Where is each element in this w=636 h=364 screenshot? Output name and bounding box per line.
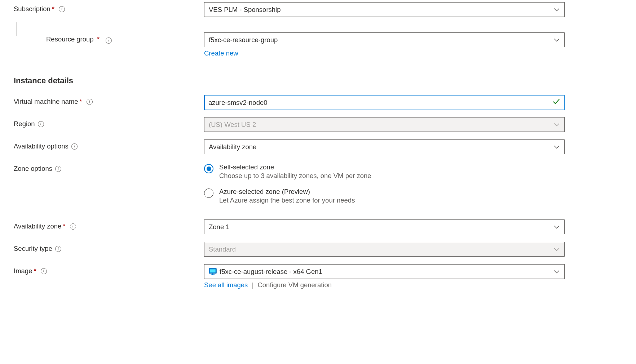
info-icon[interactable]: i (70, 223, 76, 230)
chevron-down-icon (550, 123, 560, 127)
configure-vm-generation-link[interactable]: Configure VM generation (257, 281, 332, 289)
chevron-down-icon (550, 8, 560, 12)
see-all-images-link[interactable]: See all images (204, 281, 248, 289)
vm-name-label: Virtual machine name (14, 98, 78, 106)
availability-options-select[interactable]: Availability zone (204, 139, 565, 154)
svg-rect-1 (210, 269, 215, 272)
chevron-down-icon (550, 38, 560, 42)
availability-zone-value: Zone 1 (209, 223, 550, 231)
svg-rect-3 (211, 274, 215, 275)
instance-details-heading: Instance details (14, 76, 622, 85)
security-type-select: Standard (204, 242, 565, 257)
radio-selected-icon (204, 164, 213, 173)
radio-title: Azure-selected zone (Preview) (219, 188, 355, 196)
availability-options-label: Availability options (14, 142, 69, 150)
chevron-down-icon (550, 145, 560, 149)
radio-desc: Let Azure assign the best zone for your … (219, 196, 355, 204)
zone-options-label: Zone options (14, 165, 52, 173)
info-icon[interactable]: i (71, 143, 78, 150)
chevron-down-icon (550, 247, 560, 252)
divider: | (252, 281, 253, 289)
availability-zone-label: Availability zone (14, 222, 61, 230)
resource-group-select[interactable]: f5xc-ce-resource-group (204, 32, 565, 47)
info-icon[interactable]: i (87, 99, 93, 105)
subscription-value: VES PLM - Sponsorship (209, 6, 550, 14)
chevron-down-icon (550, 225, 560, 229)
required-indicator: * (97, 35, 100, 43)
required-indicator: * (34, 267, 36, 275)
required-indicator: * (52, 5, 54, 13)
info-icon[interactable]: i (38, 121, 44, 127)
image-label: Image (14, 267, 32, 275)
subscription-label: Subscription (14, 5, 50, 13)
security-type-value: Standard (209, 245, 550, 253)
chevron-down-icon (550, 270, 560, 274)
availability-options-value: Availability zone (209, 143, 550, 151)
zone-option-self-selected[interactable]: Self-selected zone Choose up to 3 availa… (204, 163, 565, 180)
vm-name-input[interactable] (208, 99, 552, 107)
radio-desc: Choose up to 3 availability zones, one V… (219, 172, 371, 180)
image-value: f5xc-ce-august-release - x64 Gen1 (220, 268, 550, 276)
availability-zone-select[interactable]: Zone 1 (204, 219, 565, 234)
required-indicator: * (80, 98, 82, 106)
radio-unselected-icon (204, 188, 213, 198)
security-type-label: Security type (14, 245, 52, 253)
region-label: Region (14, 120, 35, 128)
vm-icon (209, 268, 217, 275)
info-icon[interactable]: i (59, 6, 65, 12)
radio-title: Self-selected zone (219, 163, 371, 171)
vm-name-input-wrap[interactable] (204, 95, 565, 110)
info-icon[interactable]: i (41, 268, 47, 274)
create-new-link[interactable]: Create new (204, 49, 238, 57)
zone-option-azure-selected[interactable]: Azure-selected zone (Preview) Let Azure … (204, 188, 565, 204)
region-value: (US) West US 2 (209, 121, 550, 129)
info-icon[interactable]: i (55, 246, 61, 252)
resource-group-label: Resource group (46, 35, 94, 43)
image-select[interactable]: f5xc-ce-august-release - x64 Gen1 (204, 264, 565, 279)
info-icon[interactable]: i (106, 37, 112, 44)
info-icon[interactable]: i (55, 166, 61, 172)
resource-group-value: f5xc-ce-resource-group (209, 36, 550, 44)
tree-indent-icon (17, 22, 37, 36)
check-icon (552, 98, 560, 107)
subscription-select[interactable]: VES PLM - Sponsorship (204, 2, 565, 17)
required-indicator: * (63, 222, 65, 230)
region-select: (US) West US 2 (204, 117, 565, 132)
